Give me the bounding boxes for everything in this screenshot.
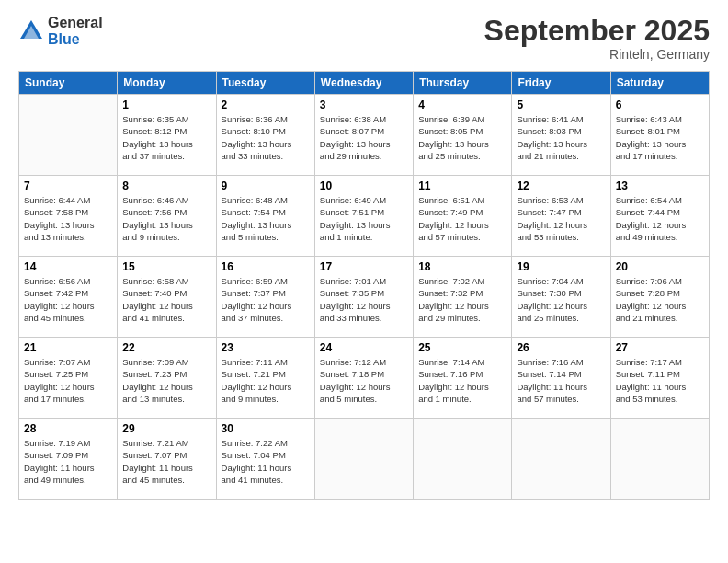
- header: General Blue September 2025 Rinteln, Ger…: [18, 15, 710, 62]
- table-row: 1Sunrise: 6:35 AMSunset: 8:12 PMDaylight…: [118, 95, 216, 176]
- col-friday: Friday: [512, 72, 610, 95]
- day-number: 9: [222, 179, 310, 192]
- day-number: 5: [517, 98, 605, 111]
- table-row: 13Sunrise: 6:54 AMSunset: 7:44 PMDayligh…: [610, 176, 709, 257]
- day-number: 6: [616, 98, 704, 111]
- table-row: [512, 419, 610, 500]
- table-row: 7Sunrise: 6:44 AMSunset: 7:58 PMDaylight…: [19, 176, 118, 257]
- day-content: Sunrise: 7:22 AMSunset: 7:04 PMDaylight:…: [222, 437, 310, 486]
- day-content: Sunrise: 7:16 AMSunset: 7:14 PMDaylight:…: [517, 356, 605, 405]
- day-number: 26: [517, 341, 605, 354]
- calendar-week-row: 14Sunrise: 6:56 AMSunset: 7:42 PMDayligh…: [19, 257, 710, 338]
- day-number: 11: [418, 179, 506, 192]
- day-number: 27: [616, 341, 704, 354]
- table-row: [414, 419, 512, 500]
- day-number: 20: [616, 260, 704, 273]
- location: Rinteln, Germany: [484, 47, 710, 62]
- day-content: Sunrise: 6:38 AMSunset: 8:07 PMDaylight:…: [320, 113, 408, 162]
- day-number: 17: [320, 260, 408, 273]
- table-row: [610, 419, 709, 500]
- day-content: Sunrise: 7:12 AMSunset: 7:18 PMDaylight:…: [320, 356, 408, 405]
- day-content: Sunrise: 6:44 AMSunset: 7:58 PMDaylight:…: [24, 194, 112, 243]
- day-number: 2: [222, 98, 310, 111]
- day-number: 8: [122, 179, 210, 192]
- day-content: Sunrise: 7:11 AMSunset: 7:21 PMDaylight:…: [222, 356, 310, 405]
- table-row: 15Sunrise: 6:58 AMSunset: 7:40 PMDayligh…: [118, 257, 216, 338]
- table-row: 3Sunrise: 6:38 AMSunset: 8:07 PMDaylight…: [314, 95, 413, 176]
- day-number: 30: [222, 422, 310, 435]
- col-saturday: Saturday: [610, 72, 709, 95]
- day-content: Sunrise: 7:17 AMSunset: 7:11 PMDaylight:…: [616, 356, 704, 405]
- day-content: Sunrise: 6:48 AMSunset: 7:54 PMDaylight:…: [222, 194, 310, 243]
- day-number: 15: [122, 260, 210, 273]
- table-row: 9Sunrise: 6:48 AMSunset: 7:54 PMDaylight…: [216, 176, 314, 257]
- title-section: September 2025 Rinteln, Germany: [484, 15, 710, 62]
- calendar-table: Sunday Monday Tuesday Wednesday Thursday…: [18, 71, 710, 500]
- col-thursday: Thursday: [414, 72, 512, 95]
- table-row: 12Sunrise: 6:53 AMSunset: 7:47 PMDayligh…: [512, 176, 610, 257]
- day-content: Sunrise: 7:01 AMSunset: 7:35 PMDaylight:…: [320, 275, 408, 324]
- logo: General Blue: [18, 15, 103, 47]
- month-title: September 2025: [484, 15, 710, 47]
- day-content: Sunrise: 7:07 AMSunset: 7:25 PMDaylight:…: [24, 356, 112, 405]
- day-content: Sunrise: 7:19 AMSunset: 7:09 PMDaylight:…: [24, 437, 112, 486]
- table-row: 16Sunrise: 6:59 AMSunset: 7:37 PMDayligh…: [216, 257, 314, 338]
- day-content: Sunrise: 6:43 AMSunset: 8:01 PMDaylight:…: [616, 113, 704, 162]
- day-number: 4: [418, 98, 506, 111]
- day-number: 29: [122, 422, 210, 435]
- table-row: 2Sunrise: 6:36 AMSunset: 8:10 PMDaylight…: [216, 95, 314, 176]
- day-content: Sunrise: 6:58 AMSunset: 7:40 PMDaylight:…: [122, 275, 210, 324]
- day-content: Sunrise: 6:46 AMSunset: 7:56 PMDaylight:…: [122, 194, 210, 243]
- table-row: 30Sunrise: 7:22 AMSunset: 7:04 PMDayligh…: [216, 419, 314, 500]
- table-row: 20Sunrise: 7:06 AMSunset: 7:28 PMDayligh…: [610, 257, 709, 338]
- day-number: 13: [616, 179, 704, 192]
- table-row: 8Sunrise: 6:46 AMSunset: 7:56 PMDaylight…: [118, 176, 216, 257]
- day-number: 7: [24, 179, 112, 192]
- table-row: 25Sunrise: 7:14 AMSunset: 7:16 PMDayligh…: [414, 338, 512, 419]
- day-content: Sunrise: 7:02 AMSunset: 7:32 PMDaylight:…: [418, 275, 506, 324]
- day-content: Sunrise: 6:54 AMSunset: 7:44 PMDaylight:…: [616, 194, 704, 243]
- day-number: 16: [222, 260, 310, 273]
- day-content: Sunrise: 7:21 AMSunset: 7:07 PMDaylight:…: [122, 437, 210, 486]
- table-row: [19, 95, 118, 176]
- table-row: 29Sunrise: 7:21 AMSunset: 7:07 PMDayligh…: [118, 419, 216, 500]
- table-row: 21Sunrise: 7:07 AMSunset: 7:25 PMDayligh…: [19, 338, 118, 419]
- logo-general: General: [48, 15, 103, 31]
- day-content: Sunrise: 6:41 AMSunset: 8:03 PMDaylight:…: [517, 113, 605, 162]
- table-row: 19Sunrise: 7:04 AMSunset: 7:30 PMDayligh…: [512, 257, 610, 338]
- table-row: 4Sunrise: 6:39 AMSunset: 8:05 PMDaylight…: [414, 95, 512, 176]
- day-content: Sunrise: 6:53 AMSunset: 7:47 PMDaylight:…: [517, 194, 605, 243]
- day-number: 25: [418, 341, 506, 354]
- table-row: [314, 419, 413, 500]
- table-row: 23Sunrise: 7:11 AMSunset: 7:21 PMDayligh…: [216, 338, 314, 419]
- col-monday: Monday: [118, 72, 216, 95]
- day-content: Sunrise: 6:35 AMSunset: 8:12 PMDaylight:…: [122, 113, 210, 162]
- logo-blue: Blue: [48, 31, 103, 48]
- table-row: 11Sunrise: 6:51 AMSunset: 7:49 PMDayligh…: [414, 176, 512, 257]
- day-content: Sunrise: 6:49 AMSunset: 7:51 PMDaylight:…: [320, 194, 408, 243]
- day-content: Sunrise: 6:39 AMSunset: 8:05 PMDaylight:…: [418, 113, 506, 162]
- calendar-week-row: 1Sunrise: 6:35 AMSunset: 8:12 PMDaylight…: [19, 95, 710, 176]
- day-number: 1: [122, 98, 210, 111]
- calendar-week-row: 28Sunrise: 7:19 AMSunset: 7:09 PMDayligh…: [19, 419, 710, 500]
- day-number: 22: [122, 341, 210, 354]
- table-row: 10Sunrise: 6:49 AMSunset: 7:51 PMDayligh…: [314, 176, 413, 257]
- logo-text: General Blue: [48, 15, 103, 47]
- day-number: 19: [517, 260, 605, 273]
- day-content: Sunrise: 7:14 AMSunset: 7:16 PMDaylight:…: [418, 356, 506, 405]
- day-number: 3: [320, 98, 408, 111]
- day-content: Sunrise: 6:56 AMSunset: 7:42 PMDaylight:…: [24, 275, 112, 324]
- table-row: 6Sunrise: 6:43 AMSunset: 8:01 PMDaylight…: [610, 95, 709, 176]
- col-wednesday: Wednesday: [314, 72, 413, 95]
- table-row: 17Sunrise: 7:01 AMSunset: 7:35 PMDayligh…: [314, 257, 413, 338]
- day-number: 12: [517, 179, 605, 192]
- col-tuesday: Tuesday: [216, 72, 314, 95]
- col-sunday: Sunday: [19, 72, 118, 95]
- table-row: 18Sunrise: 7:02 AMSunset: 7:32 PMDayligh…: [414, 257, 512, 338]
- logo-icon: [18, 18, 44, 44]
- table-row: 22Sunrise: 7:09 AMSunset: 7:23 PMDayligh…: [118, 338, 216, 419]
- day-content: Sunrise: 7:04 AMSunset: 7:30 PMDaylight:…: [517, 275, 605, 324]
- table-row: 27Sunrise: 7:17 AMSunset: 7:11 PMDayligh…: [610, 338, 709, 419]
- day-content: Sunrise: 7:09 AMSunset: 7:23 PMDaylight:…: [122, 356, 210, 405]
- day-number: 28: [24, 422, 112, 435]
